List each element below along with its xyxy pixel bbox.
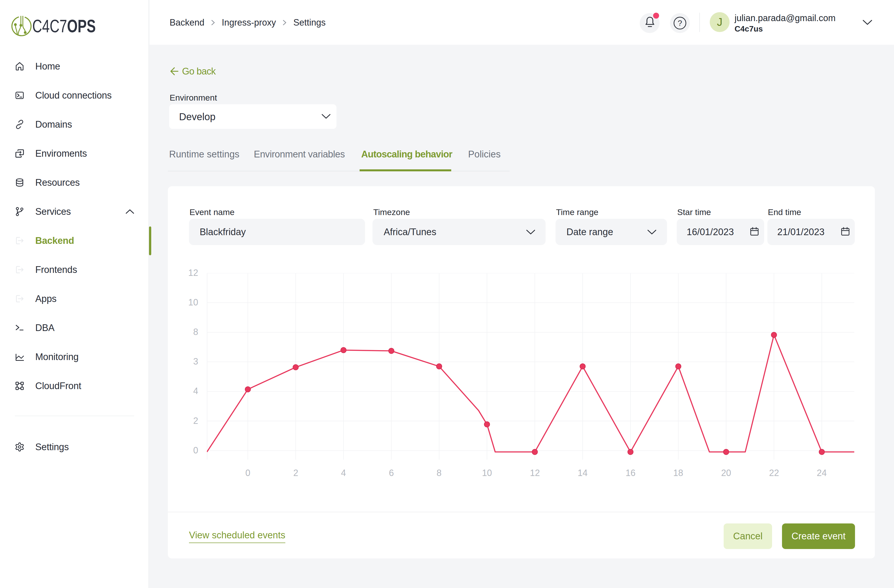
svg-text:?: ? [678, 19, 682, 27]
